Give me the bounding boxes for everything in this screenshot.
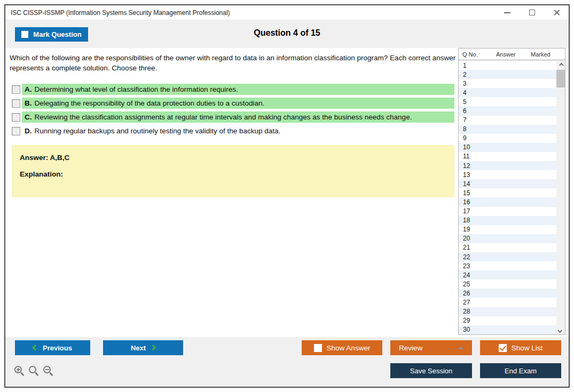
option-letter: C.	[25, 113, 32, 121]
question-number: 7	[463, 116, 467, 124]
save-session-button[interactable]: Save Session	[390, 363, 472, 378]
question-number: 22	[463, 253, 470, 261]
show-answer-button[interactable]: Show Answer	[302, 340, 382, 355]
question-list-row[interactable]: 28	[459, 307, 556, 316]
question-list-row[interactable]: 9	[459, 134, 556, 143]
option-text: Reviewing the classification assignments…	[35, 113, 412, 121]
app-window: ISC CISSP-ISSMP (Information Systems Sec…	[4, 4, 570, 388]
save-session-label: Save Session	[410, 367, 453, 375]
close-button[interactable]	[544, 5, 569, 20]
question-number: 24	[463, 271, 470, 279]
question-list-row[interactable]: 29	[459, 316, 556, 325]
question-list-row[interactable]: 8	[459, 125, 556, 134]
scroll-down-button[interactable]	[556, 326, 565, 334]
question-panel: Which of the following are the responsib…	[5, 48, 569, 337]
question-list-row[interactable]: 11	[459, 152, 556, 161]
question-list-row[interactable]: 17	[459, 207, 556, 216]
question-number: 21	[463, 244, 470, 251]
window-title: ISC CISSP-ISSMP (Information Systems Sec…	[11, 9, 230, 17]
question-number: 16	[463, 198, 470, 206]
answer-option[interactable]: C. Reviewing the classification assignme…	[12, 111, 454, 123]
question-list-row[interactable]: 14	[459, 179, 556, 188]
question-number: 5	[463, 98, 467, 106]
question-list-scrollbar[interactable]	[556, 61, 565, 334]
option-body: B. Delegating the responsibility of the …	[22, 98, 454, 109]
question-list-header: Q No. Answer Marked	[459, 49, 565, 60]
option-checkbox[interactable]	[12, 85, 20, 94]
question-number: 8	[463, 125, 467, 133]
question-number: 4	[463, 89, 467, 97]
question-list-row[interactable]: 21	[459, 243, 556, 252]
option-text: Delegating the responsibility of the dat…	[35, 99, 265, 107]
option-body: C. Reviewing the classification assignme…	[22, 111, 454, 123]
scroll-down-icon	[557, 328, 562, 332]
maximize-button[interactable]	[520, 5, 544, 20]
zoom-in-icon[interactable]	[14, 366, 22, 373]
question-list-rows: 1 2 3 4 5 6	[459, 61, 556, 334]
end-exam-label: End Exam	[505, 367, 537, 375]
question-list-row[interactable]: 16	[459, 197, 556, 206]
answer-option[interactable]: B. Delegating the responsibility of the …	[12, 98, 454, 109]
question-list-row[interactable]: 13	[459, 170, 556, 179]
question-list-row[interactable]: 3	[459, 79, 556, 88]
options-list: A. Determining what level of classificat…	[12, 84, 454, 139]
question-list-row[interactable]: 2	[459, 70, 556, 79]
scroll-up-button[interactable]	[556, 61, 565, 69]
question-list-row[interactable]: 27	[459, 298, 556, 307]
scrollbar-thumb[interactable]	[556, 70, 565, 87]
zoom-reset-icon[interactable]	[29, 366, 36, 373]
answer-option[interactable]: D. Running regular backups and routinely…	[12, 125, 454, 137]
next-button[interactable]: Next	[103, 340, 183, 355]
title-bar: ISC CISSP-ISSMP (Information Systems Sec…	[5, 5, 569, 20]
question-number: 26	[463, 290, 470, 297]
question-text: Which of the following are the responsib…	[10, 53, 458, 73]
minimize-icon	[504, 12, 510, 13]
question-list-row[interactable]: 12	[459, 161, 556, 170]
option-letter: B.	[25, 99, 32, 107]
option-body: A. Determining what level of classificat…	[22, 84, 454, 95]
option-checkbox[interactable]	[12, 99, 20, 108]
end-exam-button[interactable]: End Exam	[480, 363, 561, 378]
chevron-right-icon	[150, 345, 156, 350]
question-list-row[interactable]: 5	[459, 97, 556, 106]
show-answer-checkbox[interactable]	[314, 344, 322, 352]
question-list-body: 1 2 3 4 5 6	[459, 61, 565, 334]
option-text: Determining what level of classification…	[35, 85, 238, 93]
question-number: 11	[463, 153, 469, 160]
show-list-button[interactable]: Show List	[480, 340, 561, 355]
review-dropdown-button[interactable]: Review	[390, 340, 472, 355]
question-list-panel: Q No. Answer Marked 1 2 3 4	[458, 48, 565, 335]
question-number: 9	[463, 134, 467, 142]
minimize-button[interactable]	[495, 5, 520, 20]
previous-button[interactable]: Previous	[15, 340, 90, 355]
question-number: 3	[463, 80, 467, 87]
question-list-row[interactable]: 15	[459, 188, 556, 197]
next-label: Next	[131, 344, 146, 352]
question-list-row[interactable]: 1	[459, 61, 556, 70]
question-list-row[interactable]: 19	[459, 225, 556, 234]
question-list-row[interactable]: 30	[459, 325, 556, 334]
question-list-row[interactable]: 20	[459, 234, 556, 243]
question-list-row[interactable]: 7	[459, 116, 556, 125]
question-list-row[interactable]: 22	[459, 252, 556, 261]
question-list-row[interactable]: 25	[459, 279, 556, 289]
answer-option[interactable]: A. Determining what level of classificat…	[12, 84, 454, 95]
question-list-row[interactable]: 10	[459, 143, 556, 152]
question-list-row[interactable]: 4	[459, 88, 556, 97]
option-checkbox[interactable]	[12, 127, 20, 135]
question-list-row[interactable]: 18	[459, 216, 556, 225]
show-list-checkbox[interactable]	[499, 344, 507, 352]
zoom-out-icon[interactable]	[43, 366, 51, 373]
review-label: Review	[399, 344, 422, 352]
window-controls	[495, 5, 569, 20]
question-number: 25	[463, 281, 470, 288]
question-list-row[interactable]: 23	[459, 261, 556, 270]
chevron-left-icon	[32, 345, 38, 350]
question-list-row[interactable]: 6	[459, 106, 556, 115]
question-list-row[interactable]: 26	[459, 289, 556, 298]
option-checkbox[interactable]	[12, 113, 20, 122]
column-answer: Answer	[496, 51, 516, 58]
question-number: 6	[463, 107, 467, 115]
question-list-row[interactable]: 24	[459, 270, 556, 279]
answer-label: Answer: A,B,C	[20, 154, 454, 162]
